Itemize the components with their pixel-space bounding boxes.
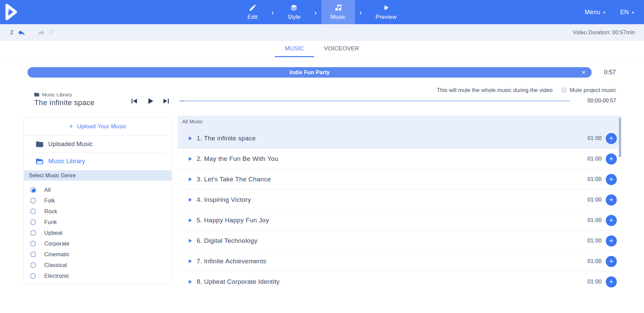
genre-section-header: Select Music Genre	[24, 170, 171, 181]
genre-radio-corporate[interactable]: Corporate	[24, 238, 171, 249]
player-time-range: 00:00-00:57	[582, 98, 616, 104]
radio-icon	[30, 219, 36, 225]
timeline-duration: 0:57	[604, 69, 616, 76]
track-title: 5. Happy Happy Fun Joy	[197, 217, 587, 224]
sidebar-item-label: Uploaded Music	[48, 141, 93, 148]
track-title: 1. The infinite space	[197, 135, 587, 142]
header-right-controls: Menu ▾ EN ▾	[585, 0, 634, 24]
undo-icon[interactable]	[16, 28, 27, 37]
section-tabs: MUSIC VOICEOVER	[0, 41, 644, 57]
track-row[interactable]: 5. Happy Happy Fun Joy 01:00 +	[178, 210, 621, 231]
player-source: Music Library	[34, 92, 72, 97]
track-duration: 01:00	[587, 156, 602, 162]
track-duration: 01:00	[587, 279, 602, 285]
app-logo-icon[interactable]	[4, 3, 18, 21]
add-track-button[interactable]: +	[606, 235, 617, 247]
track-row[interactable]: 6. Digital Technology 01:00 +	[178, 231, 621, 251]
track-row[interactable]: 2. May the Fun Be With You 01:00 +	[178, 149, 621, 169]
genre-radio-upbeat[interactable]: Upbeat	[24, 227, 171, 238]
radio-icon	[30, 262, 36, 268]
genre-radio-all[interactable]: All	[24, 184, 171, 195]
add-track-button[interactable]: +	[606, 194, 617, 206]
play-track-icon[interactable]	[187, 278, 193, 285]
radio-icon	[30, 273, 36, 279]
pencil-icon	[249, 4, 257, 12]
video-duration-text: Video Duration: 00:57min	[573, 30, 635, 36]
track-list-scrollbar[interactable]	[619, 118, 621, 157]
upload-music-button[interactable]: + Upload Your Music	[24, 118, 171, 136]
add-track-button[interactable]: +	[606, 256, 617, 267]
track-row[interactable]: 7. Infinite Achievements 01:00 +	[178, 251, 621, 272]
add-track-button[interactable]: +	[606, 153, 617, 165]
nav-step-music[interactable]: Music	[321, 0, 355, 24]
add-track-button[interactable]: +	[606, 215, 617, 226]
nav-step-label: Preview	[376, 14, 397, 20]
track-row[interactable]: 3. Let's Take The Chance 01:00 +	[178, 169, 621, 190]
track-title: 3. Let's Take The Chance	[197, 176, 587, 183]
play-track-icon[interactable]	[187, 196, 193, 203]
sidebar-item-music-library[interactable]: Music Library	[24, 153, 171, 170]
radio-selected-icon	[30, 187, 36, 193]
music-timeline-bar[interactable]: Indie Fun Party ✕	[28, 67, 592, 78]
genre-radio-funk[interactable]: Funk	[24, 217, 171, 227]
player-source-label: Music Library	[42, 92, 72, 97]
track-row[interactable]: 4. Inspiring Victory 01:00 +	[178, 190, 621, 210]
play-track-icon[interactable]	[187, 217, 193, 224]
tab-voiceover[interactable]: VOICEOVER	[314, 41, 369, 57]
folder-icon	[34, 92, 39, 97]
track-row[interactable]: 1. The infinite space 01:00 +	[178, 128, 621, 149]
play-track-icon[interactable]	[187, 258, 193, 265]
chevron-right-icon: ›	[314, 8, 317, 16]
play-pause-icon[interactable]	[146, 96, 155, 106]
genre-radio-rock[interactable]: Rock	[24, 206, 171, 217]
sidebar-item-uploaded-music[interactable]: Uploaded Music	[24, 136, 171, 152]
play-track-icon[interactable]	[187, 176, 193, 183]
caret-down-icon: ▾	[603, 9, 605, 15]
sidebar-item-label: Music Library	[48, 158, 85, 165]
add-track-button[interactable]: +	[606, 276, 617, 287]
genre-radio-classical[interactable]: Classical	[24, 260, 171, 270]
redo-icon[interactable]	[36, 28, 46, 37]
mute-checkbox-label: Mute project music	[570, 87, 616, 93]
nav-step-label: Music	[330, 14, 346, 20]
track-list-panel: All Music 1. The infinite space 01:00 + …	[178, 116, 621, 287]
folder-open-icon	[36, 158, 43, 165]
play-track-icon[interactable]	[187, 237, 193, 244]
track-duration: 01:00	[587, 135, 602, 141]
play-icon	[382, 4, 390, 12]
track-duration: 01:00	[587, 217, 602, 223]
radio-icon	[30, 209, 36, 214]
add-track-button[interactable]: +	[606, 133, 617, 144]
genre-radio-cinematic[interactable]: Cinematic	[24, 249, 171, 260]
nav-step-style[interactable]: Style	[279, 0, 310, 24]
timeline-track-label: Indie Fun Party	[289, 70, 330, 76]
music-sidebar: + Upload Your Music Uploaded Music Music…	[23, 117, 172, 284]
language-label: EN	[620, 9, 629, 16]
genre-list: All Folk Rock Funk Upbeat	[24, 181, 171, 281]
folder-icon	[36, 141, 43, 147]
genre-radio-folk[interactable]: Folk	[24, 195, 171, 206]
tab-music[interactable]: MUSIC	[275, 41, 314, 57]
menu-dropdown[interactable]: Menu ▾	[585, 9, 606, 16]
track-row[interactable]: 8. Upbeat Corporate Identity 01:00 +	[178, 272, 621, 287]
previous-track-icon[interactable]	[129, 96, 139, 106]
track-duration: 01:00	[587, 197, 602, 203]
add-track-button[interactable]: +	[606, 174, 617, 185]
nav-step-edit[interactable]: Edit	[238, 0, 267, 24]
remove-music-icon[interactable]: ✕	[581, 67, 586, 78]
nav-step-preview[interactable]: Preview	[366, 0, 406, 24]
next-track-icon[interactable]	[162, 96, 171, 106]
language-dropdown[interactable]: EN ▾	[620, 9, 634, 16]
radio-icon	[30, 252, 36, 257]
music-note-icon	[334, 4, 342, 12]
genre-radio-electronic[interactable]: Electronic	[24, 270, 171, 281]
caret-down-icon: ▾	[632, 9, 634, 15]
nav-step-label: Edit	[247, 14, 258, 20]
play-track-icon[interactable]	[187, 135, 193, 142]
radio-icon	[30, 198, 36, 204]
player-progress-bar[interactable]	[180, 100, 571, 101]
track-title: 8. Upbeat Corporate Identity	[197, 278, 587, 285]
radio-icon	[30, 241, 36, 247]
mute-checkbox[interactable]	[561, 88, 566, 93]
play-track-icon[interactable]	[187, 155, 193, 162]
